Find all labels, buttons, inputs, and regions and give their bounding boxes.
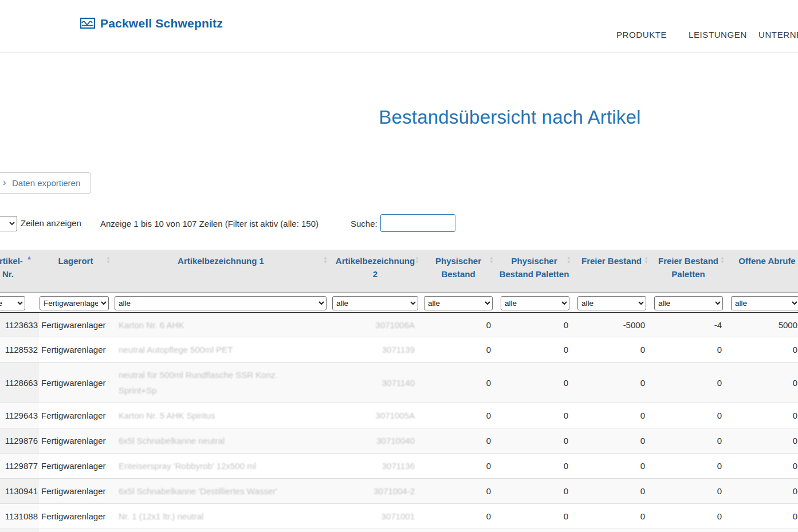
cell-artikel-nr: 1123633: [0, 313, 39, 337]
nav-item-unternehmen[interactable]: UNTERNEHMEN: [758, 30, 798, 40]
cell-offene-abrufe: 0: [726, 403, 798, 428]
cell-artikelbezeichnung-1: 6x5l Schnabelkanne neutral: [112, 428, 329, 453]
cell-freier-bestand: 0: [573, 504, 650, 529]
top-bar: Packwell Schwepnitz PRODUKTE LEISTUNGEN …: [0, 0, 798, 53]
chevron-right-icon: ›: [3, 177, 6, 188]
cell-lagerort: Fertigwarenlager: [39, 313, 112, 337]
cell-freier-bestand-paletten: 0: [650, 337, 726, 362]
partial-row: [0, 529, 798, 532]
filter-artikelbezeichnung-1[interactable]: alle: [115, 296, 327, 310]
cell-offene-abrufe: 0: [726, 428, 798, 453]
export-button-label: Daten exportieren: [12, 178, 80, 188]
column-header-physischer-bestand-paletten[interactable]: Physischer Bestand Paletten ▲▼: [496, 250, 573, 293]
cell-artikel-nr: 1129643: [0, 403, 39, 428]
column-header-freier-bestand[interactable]: Freier Bestand ▲▼: [573, 250, 650, 293]
page-length-select[interactable]: [0, 216, 17, 231]
cell-physischer-bestand: 0: [421, 362, 496, 403]
cell-lagerort: Fertigwarenlager: [39, 479, 112, 503]
column-header-artikel-nr[interactable]: Artikel-Nr. ▲: [0, 250, 39, 293]
table-info: Anzeige 1 bis 10 von 107 Zeilen (Filter …: [100, 219, 319, 228]
brand-logo[interactable]: Packwell Schwepnitz: [80, 15, 223, 31]
table-row: 1128532 Fertigwarenlager neutral Autopfl…: [0, 337, 798, 362]
sort-icon: ▲▼: [720, 256, 725, 264]
cell-offene-abrufe: 5000: [726, 313, 798, 337]
cell-artikelbezeichnung-2: 3071005A: [329, 403, 421, 428]
cell-offene-abrufe: 0: [726, 362, 798, 403]
cell-artikelbezeichnung-1: Karton Nr. 5 AHK Spiritus: [112, 403, 329, 428]
table-body: 1123633 Fertigwarenlager Karton Nr. 6 AH…: [0, 313, 798, 529]
table-header-row: Artikel-Nr. ▲ Lagerort ▲▼ Artikelbezeich…: [0, 250, 798, 293]
cell-physischer-bestand: 0: [421, 337, 496, 362]
table-row: 1131088 Fertigwarenlager Nr. 1 (12x1 ltr…: [0, 503, 798, 529]
cell-artikelbezeichnung-2: 3071136: [329, 454, 421, 478]
cell-freier-bestand-paletten: 0: [650, 504, 726, 529]
filter-physischer-bestand[interactable]: alle: [424, 296, 493, 310]
nav-item-leistungen[interactable]: LEISTUNGEN: [689, 30, 747, 40]
column-header-artikelbezeichnung-2[interactable]: Artikelbezeichnung 2 ▲▼: [329, 250, 421, 293]
cell-physischer-bestand: 0: [421, 504, 496, 529]
cell-artikelbezeichnung-2: 30710040: [329, 428, 421, 453]
cell-freier-bestand: -5000: [573, 313, 650, 337]
sort-icon: ▲▼: [644, 256, 648, 264]
cell-physischer-bestand-paletten: 0: [496, 337, 573, 362]
nav-item-produkte[interactable]: PRODUKTE: [616, 30, 667, 40]
cell-lagerort: Fertigwarenlager: [39, 428, 112, 453]
cell-lagerort: Fertigwarenlager: [39, 403, 112, 428]
sort-icon: ▲▼: [323, 256, 328, 264]
cell-artikelbezeichnung-2: 3071001: [329, 504, 421, 529]
sort-icon: ▲▼: [489, 256, 494, 264]
table-row: 1129877 Fertigwarenlager Enteiserspray '…: [0, 453, 798, 478]
cell-physischer-bestand: 0: [421, 428, 496, 453]
page: Packwell Schwepnitz PRODUKTE LEISTUNGEN …: [0, 0, 798, 532]
filter-offene-abrufe[interactable]: alle: [731, 296, 798, 310]
cell-artikel-nr: 1129877: [0, 454, 39, 478]
filter-freier-bestand[interactable]: alle: [577, 296, 646, 310]
filter-lagerort[interactable]: Fertigwarenlager: [40, 296, 109, 310]
cell-physischer-bestand-paletten: 0: [496, 428, 573, 453]
filter-physischer-bestand-paletten[interactable]: alle: [501, 296, 569, 310]
cell-artikelbezeichnung-1: neutral Autopflege 500ml PET: [112, 337, 329, 362]
export-button[interactable]: › Daten exportieren: [0, 172, 91, 194]
column-header-artikelbezeichnung-1[interactable]: Artikelbezeichnung 1 ▲▼: [112, 250, 329, 293]
search-input[interactable]: [380, 214, 455, 232]
cell-physischer-bestand: 0: [421, 403, 496, 428]
cell-freier-bestand-paletten: 0: [650, 403, 726, 428]
cell-freier-bestand: 0: [573, 403, 650, 428]
cell-physischer-bestand-paletten: 0: [496, 403, 573, 428]
table-row: 1123633 Fertigwarenlager Karton Nr. 6 AH…: [0, 313, 798, 337]
column-header-physischer-bestand[interactable]: Physischer Bestand ▲▼: [421, 250, 496, 293]
partial-cell: [0, 529, 39, 532]
cell-offene-abrufe: 0: [726, 337, 798, 362]
cell-freier-bestand: 0: [573, 479, 650, 503]
cell-freier-bestand: 0: [573, 337, 650, 362]
filter-freier-bestand-paletten[interactable]: alle: [654, 296, 723, 310]
table-row: 1129876 Fertigwarenlager 6x5l Schnabelka…: [0, 428, 798, 453]
page-length-label: Zeilen anzeigen: [21, 218, 81, 228]
cell-lagerort: Fertigwarenlager: [39, 362, 112, 403]
cell-freier-bestand: 0: [573, 428, 650, 453]
cell-physischer-bestand-paletten: 0: [496, 504, 573, 529]
table-row: 1130941 Fertigwarenlager 6x5l Schnabelka…: [0, 478, 798, 503]
cell-offene-abrufe: 0: [726, 479, 798, 503]
sort-icon: ▲▼: [415, 256, 419, 264]
cell-physischer-bestand-paletten: 0: [496, 362, 573, 403]
inventory-table: Artikel-Nr. ▲ Lagerort ▲▼ Artikelbezeich…: [0, 250, 798, 532]
cell-artikelbezeichnung-2: 3071004-2: [329, 479, 421, 503]
table-row: 1128663 Fertigwarenlager neutral für 500…: [0, 362, 798, 403]
column-header-offene-abrufe[interactable]: Offene Abrufe: [726, 250, 798, 293]
cell-freier-bestand-paletten: -4: [650, 313, 726, 337]
cell-offene-abrufe: 0: [726, 504, 798, 529]
cell-artikel-nr: 1131088: [0, 504, 39, 529]
cell-lagerort: Fertigwarenlager: [39, 337, 112, 362]
cell-physischer-bestand: 0: [421, 454, 496, 478]
table-row: 1129643 Fertigwarenlager Karton Nr. 5 AH…: [0, 403, 798, 428]
column-header-freier-bestand-paletten[interactable]: Freier Bestand Paletten ▲▼: [650, 250, 726, 293]
column-header-lagerort[interactable]: Lagerort ▲▼: [39, 250, 112, 293]
filter-artikel-nr[interactable]: alle: [0, 296, 25, 310]
cell-artikelbezeichnung-1: neutral für 500ml Rundflasche SSR Konz. …: [112, 362, 329, 403]
cell-freier-bestand-paletten: 0: [650, 362, 726, 403]
cell-freier-bestand: 0: [573, 362, 650, 403]
cell-artikel-nr: 1129876: [0, 428, 39, 453]
cell-artikel-nr: 1128532: [0, 337, 39, 362]
filter-artikelbezeichnung-2[interactable]: alle: [332, 296, 418, 310]
